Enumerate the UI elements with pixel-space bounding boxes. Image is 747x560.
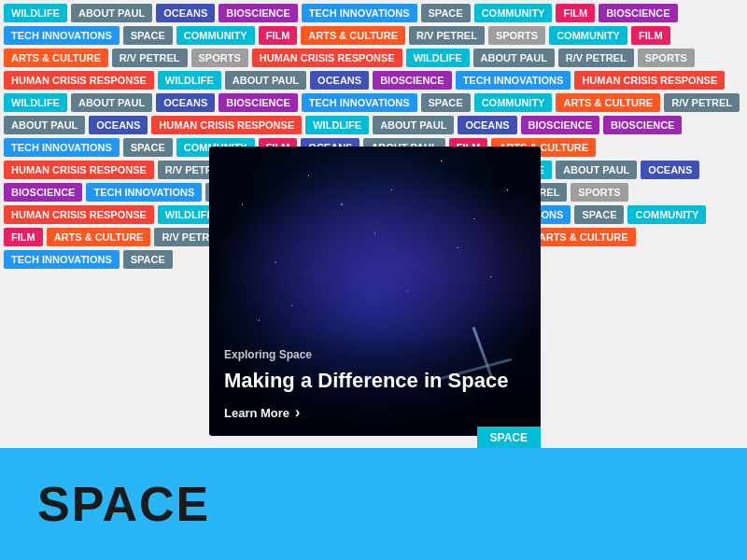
tag-item[interactable]: SPACE (421, 4, 471, 22)
tag-item[interactable]: SPORTS (488, 26, 545, 45)
tag-item[interactable]: OCEANS (641, 161, 699, 179)
tag-item[interactable]: ABOUT PAUL (373, 116, 454, 134)
tag-item[interactable]: FILM (631, 26, 670, 45)
tag-item[interactable]: FILM (556, 4, 595, 22)
space-tag-badge[interactable]: SPACE (477, 427, 541, 449)
tag-item[interactable]: TECH INNOVATIONS (302, 93, 417, 112)
hero-card: Exploring Space Making a Difference in S… (209, 147, 541, 436)
tag-item[interactable]: BIOSCIENCE (599, 4, 677, 22)
tag-item[interactable]: R/V PETREL (112, 49, 188, 67)
hero-content: Exploring Space Making a Difference in S… (209, 333, 541, 436)
tag-item[interactable]: HUMAN CRISIS RESPONSE (151, 116, 302, 134)
tag-item[interactable]: R/V PETREL (664, 93, 740, 112)
bottom-section: SPACE (0, 448, 747, 560)
tag-item[interactable]: FILM (259, 26, 298, 45)
tag-item[interactable]: ABOUT PAUL (225, 71, 306, 90)
tag-item[interactable]: OCEANS (156, 93, 215, 112)
tag-item[interactable]: OCEANS (156, 4, 215, 22)
tag-item[interactable]: SPACE (421, 93, 471, 112)
tag-item[interactable]: OCEANS (89, 116, 148, 134)
tag-item[interactable]: BIOSCIENCE (603, 116, 682, 134)
tag-item[interactable]: SPACE (123, 138, 173, 157)
tag-item[interactable]: TECH INNOVATIONS (302, 4, 417, 22)
tag-item[interactable]: BIOSCIENCE (218, 4, 297, 22)
learn-more-button[interactable]: Learn More › (224, 404, 526, 421)
tag-item[interactable]: WILDLIFE (305, 116, 369, 134)
tag-item[interactable]: BIOSCIENCE (521, 116, 599, 134)
learn-more-label: Learn More (224, 406, 289, 420)
tag-item[interactable]: TECH INNOVATIONS (456, 71, 571, 90)
tag-item[interactable]: SPORTS (571, 183, 627, 202)
tag-item[interactable]: ABOUT PAUL (71, 93, 152, 112)
tag-item[interactable]: HUMAN CRISIS RESPONSE (4, 71, 154, 90)
tag-item[interactable]: ARTS & CULTURE (301, 26, 405, 45)
tag-item[interactable]: COMMUNITY (474, 93, 553, 112)
tag-item[interactable]: ARTS & CULTURE (531, 228, 636, 246)
tag-item[interactable]: COMMUNITY (627, 205, 706, 224)
tag-item[interactable]: BIOSCIENCE (4, 183, 82, 202)
tag-item[interactable]: HUMAN CRISIS RESPONSE (574, 71, 725, 90)
bottom-title: SPACE (37, 476, 210, 532)
tag-item[interactable]: ABOUT PAUL (71, 4, 152, 22)
tag-item[interactable]: OCEANS (458, 116, 516, 134)
tag-item[interactable]: R/V PETREL (558, 49, 634, 67)
tag-item[interactable]: COMMUNITY (474, 4, 553, 22)
tag-item[interactable]: SPACE (574, 205, 624, 224)
tag-item[interactable]: TECH INNOVATIONS (4, 138, 120, 157)
tag-item[interactable]: SPACE (123, 26, 173, 45)
tag-item[interactable]: HUMAN CRISIS RESPONSE (4, 205, 154, 224)
tag-item[interactable]: ARTS & CULTURE (4, 49, 108, 67)
tag-item[interactable]: OCEANS (310, 71, 369, 90)
tag-item[interactable]: WILDLIFE (158, 71, 221, 90)
chevron-right-icon: › (295, 404, 300, 421)
tag-item[interactable]: WILDLIFE (4, 4, 67, 22)
tag-item[interactable]: TECH INNOVATIONS (86, 183, 202, 202)
tag-item[interactable]: TECH INNOVATIONS (4, 26, 120, 45)
tag-item[interactable]: ARTS & CULTURE (556, 93, 660, 112)
tag-item[interactable]: COMMUNITY (549, 26, 627, 45)
tag-item[interactable]: SPORTS (638, 49, 695, 67)
tag-item[interactable]: ARTS & CULTURE (47, 228, 151, 246)
tag-item[interactable]: FILM (4, 228, 43, 246)
hero-subtitle: Exploring Space (224, 348, 526, 361)
tag-item[interactable]: BIOSCIENCE (218, 93, 297, 112)
tag-item[interactable]: HUMAN CRISIS RESPONSE (4, 161, 154, 179)
hero-title: Making a Difference in Space (224, 369, 526, 393)
tag-item[interactable]: BIOSCIENCE (373, 71, 451, 90)
tag-item[interactable]: HUMAN CRISIS RESPONSE (252, 49, 402, 67)
tag-item[interactable]: ABOUT PAUL (556, 161, 637, 179)
tag-item[interactable]: TECH INNOVATIONS (4, 250, 120, 269)
tag-item[interactable]: ABOUT PAUL (4, 116, 85, 134)
tag-item[interactable]: ABOUT PAUL (473, 49, 555, 67)
tag-item[interactable]: WILDLIFE (406, 49, 470, 67)
tag-item[interactable]: R/V PETREL (409, 26, 485, 45)
tag-item[interactable]: COMMUNITY (176, 26, 255, 45)
tag-item[interactable]: SPACE (123, 250, 173, 269)
tag-item[interactable]: WILDLIFE (4, 93, 67, 112)
tag-item[interactable]: SPORTS (191, 49, 248, 67)
